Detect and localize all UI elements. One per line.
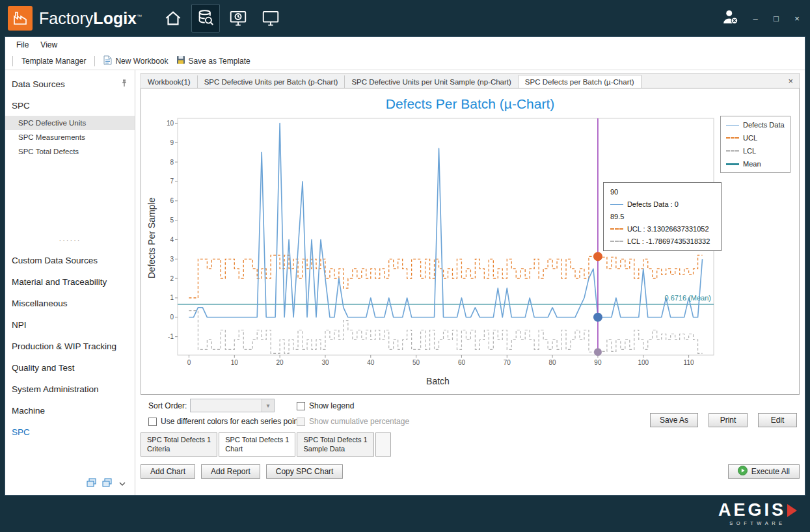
svg-text:50: 50 xyxy=(412,359,420,366)
aegis-arrow-icon xyxy=(787,504,797,517)
svg-text:0: 0 xyxy=(187,359,191,366)
minimize-button[interactable]: – xyxy=(750,14,761,23)
aegis-logo: AEGIS SOFTWARE xyxy=(718,501,797,526)
chart-tooltip: 90 Defects Data : 0 89.5 UCL : 3.1302663… xyxy=(603,182,722,251)
x-axis-label: Batch xyxy=(158,376,718,386)
y-axis-label: Defects Per Sample xyxy=(146,185,157,291)
block-subtabs: SPC Total Defects 1Criteria SPC Total De… xyxy=(141,432,800,457)
chart-controls: Sort Order: ▾ Use different colors for e… xyxy=(141,395,800,432)
chart-stage: Defects Per Sample 010203040506070809010… xyxy=(141,114,799,375)
user-account-icon[interactable] xyxy=(720,7,740,29)
sidebar-item-machine[interactable]: Machine xyxy=(5,400,135,421)
sidebar-item-spc-measurements[interactable]: SPC Measurements xyxy=(5,130,135,144)
svg-text:4: 4 xyxy=(170,236,174,243)
sidebar-item-system-administration[interactable]: System Administration xyxy=(5,379,135,400)
lcl-line-icon xyxy=(610,241,623,242)
add-report-button[interactable]: Add Report xyxy=(201,464,260,479)
svg-text:80: 80 xyxy=(549,359,557,366)
titlebar: FactoryLogix™ xyxy=(0,0,810,36)
sidebar-item-spc-defective-units[interactable]: SPC Defective Units xyxy=(5,116,135,130)
copy-spc-chart-button[interactable]: Copy SPC Chart xyxy=(266,464,344,479)
subtab-sample-data[interactable]: SPC Total Defects 1Sample Data xyxy=(297,432,373,457)
print-button[interactable]: Print xyxy=(709,413,748,427)
svg-text:10: 10 xyxy=(167,120,174,127)
sort-order-select[interactable]: ▾ xyxy=(190,399,275,412)
new-workbook-button[interactable]: New Workbook xyxy=(100,54,172,68)
save-as-button[interactable]: Save As xyxy=(650,413,698,427)
save-as-template-button[interactable]: Save as Template xyxy=(172,54,254,68)
ucl-line-icon xyxy=(610,228,623,230)
toolbar-separator xyxy=(94,56,95,66)
svg-text:3: 3 xyxy=(170,256,174,263)
tab-workbook[interactable]: Workbook(1) xyxy=(141,75,198,88)
svg-text:9: 9 xyxy=(170,139,174,146)
edit-button[interactable]: Edit xyxy=(758,413,797,427)
svg-text:8: 8 xyxy=(170,159,174,166)
template-manager-button[interactable]: Template Manager xyxy=(18,55,90,67)
sidebar-item-npi[interactable]: NPI xyxy=(5,314,135,336)
svg-text:5: 5 xyxy=(170,217,174,224)
svg-text:1: 1 xyxy=(170,294,174,301)
windows-layout-icon[interactable] xyxy=(87,478,96,490)
tab-np-chart[interactable]: SPC Defective Units per Unit Sample (np-… xyxy=(345,75,518,88)
brand-name: FactoryLogix™ xyxy=(39,9,142,28)
menubar: File View xyxy=(5,37,805,52)
workbook-tabstrip: Workbook(1) SPC Defective Units per Batc… xyxy=(141,73,800,88)
data-sources-panel: Data Sources SPC SPC Defective Units SPC… xyxy=(5,70,135,495)
subtab-stub xyxy=(375,432,391,457)
app-window: FactoryLogix™ xyxy=(0,0,810,532)
chart-panel: Defects Per Batch (µ-Chart) Defects Per … xyxy=(141,88,800,395)
toolbar-separator xyxy=(12,56,13,66)
sidebar-item-quality-test[interactable]: Quality and Test xyxy=(5,357,135,379)
svg-text:90: 90 xyxy=(594,359,602,366)
execute-all-button[interactable]: Execute All xyxy=(728,464,800,479)
menu-view[interactable]: View xyxy=(34,39,63,51)
history-viewer-icon[interactable] xyxy=(224,4,252,33)
sidebar-item-spc[interactable]: SPC xyxy=(5,421,135,443)
pin-icon[interactable] xyxy=(120,79,128,89)
checkbox-box xyxy=(297,402,305,410)
sidebar-splitter-handle[interactable]: ······ xyxy=(5,235,135,245)
home-icon[interactable] xyxy=(159,4,187,33)
show-cumulative-checkbox: Show cumulative percentage xyxy=(297,417,409,426)
new-workbook-icon xyxy=(103,55,112,67)
windows-layout2-icon[interactable] xyxy=(102,478,112,490)
tab-u-chart[interactable]: SPC Defects per Batch (µ-Chart) xyxy=(519,75,641,88)
svg-text:40: 40 xyxy=(367,359,375,366)
sort-order-label: Sort Order: xyxy=(148,401,187,410)
data-explorer-icon[interactable] xyxy=(191,4,220,33)
chevron-down-icon[interactable] xyxy=(118,479,127,489)
sidebar-item-spc-total-defects[interactable]: SPC Total Defects xyxy=(5,144,135,159)
svg-text:7: 7 xyxy=(170,178,174,185)
checkbox-box xyxy=(148,418,157,426)
sidebar-item-custom-data-sources[interactable]: Custom Data Sources xyxy=(5,250,135,271)
use-colors-checkbox[interactable]: Use different colors for each series poi… xyxy=(148,417,301,426)
tab-close-icon[interactable]: × xyxy=(782,76,799,86)
add-chart-button[interactable]: Add Chart xyxy=(141,464,195,479)
spc-group-label[interactable]: SPC xyxy=(5,94,135,116)
svg-text:110: 110 xyxy=(684,359,694,366)
tab-p-chart[interactable]: SPC Defective Units per Batch (p-Chart) xyxy=(198,75,345,88)
monitor-icon[interactable] xyxy=(256,4,285,33)
close-button[interactable]: × xyxy=(792,14,802,23)
category-list: Custom Data Sources Material and Traceab… xyxy=(5,245,135,443)
save-icon xyxy=(176,55,185,66)
svg-text:-1: -1 xyxy=(168,333,174,340)
combo-chevron-icon: ▾ xyxy=(262,399,274,412)
defects-line-icon xyxy=(726,125,739,126)
ucl-line-icon xyxy=(726,137,739,139)
menu-file[interactable]: File xyxy=(10,39,34,51)
sidebar-item-production-wip[interactable]: Production & WIP Tracking xyxy=(5,336,135,357)
sidebar-item-miscellaneous[interactable]: Miscellaneous xyxy=(5,293,135,314)
defects-line-icon xyxy=(610,204,623,205)
sidebar-item-material-traceability[interactable]: Material and Traceability xyxy=(5,271,135,293)
maximize-button[interactable]: □ xyxy=(771,14,781,23)
toolbar: Template Manager New Workbook Save as Te… xyxy=(5,52,805,70)
execute-icon xyxy=(738,466,748,477)
svg-text:6: 6 xyxy=(170,197,174,204)
lcl-line-icon xyxy=(726,150,739,152)
subtab-chart[interactable]: SPC Total Defects 1Chart xyxy=(219,432,295,457)
show-legend-checkbox[interactable]: Show legend xyxy=(297,401,354,410)
subtab-criteria[interactable]: SPC Total Defects 1Criteria xyxy=(141,432,217,457)
svg-text:0.6716 (Mean): 0.6716 (Mean) xyxy=(664,294,711,302)
